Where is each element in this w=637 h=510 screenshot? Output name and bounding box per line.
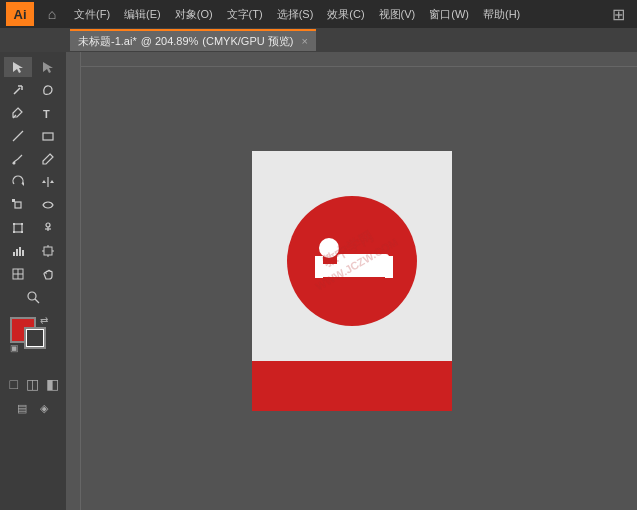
svg-marker-0 xyxy=(13,62,23,73)
color-swatches: ⇄ ▣ xyxy=(2,313,64,369)
document-bottom-bar xyxy=(252,361,452,411)
svg-rect-22 xyxy=(16,249,18,256)
svg-rect-13 xyxy=(14,224,22,232)
svg-point-18 xyxy=(46,223,50,227)
svg-rect-12 xyxy=(12,199,15,202)
app-mode-icon[interactable]: ◈ xyxy=(35,399,53,417)
reflect-tool[interactable] xyxy=(34,172,62,192)
document-top-section: 教中学网 WWW.JCZW.COM xyxy=(252,151,452,361)
pen-tool[interactable] xyxy=(4,103,32,123)
tab-mode: (CMYK/GPU 预览) xyxy=(202,34,293,49)
menu-view[interactable]: 视图(V) xyxy=(373,5,422,24)
main-area: T xyxy=(0,52,637,510)
tool-row xyxy=(2,286,64,308)
title-bar: Ai ⌂ 文件(F) 编辑(E) 对象(O) 文字(T) 选择(S) 效果(C)… xyxy=(0,0,637,28)
menu-help[interactable]: 帮助(H) xyxy=(477,5,526,24)
bottom-icons-row: □ ◫ ◧ xyxy=(2,372,64,396)
normal-mode-icon[interactable]: □ xyxy=(6,375,21,393)
screen-mode-icon[interactable]: ◧ xyxy=(45,375,60,393)
magic-wand-tool[interactable] xyxy=(4,80,32,100)
bed-icon-svg xyxy=(307,226,397,296)
svg-rect-23 xyxy=(19,247,21,256)
drawing-mode-icon[interactable]: ◫ xyxy=(25,375,40,393)
line-tool[interactable] xyxy=(4,126,32,146)
hotel-icon-circle xyxy=(287,196,417,326)
stroke-inner xyxy=(27,330,43,346)
zoom-tool[interactable] xyxy=(19,287,47,307)
tool-row xyxy=(2,79,64,101)
svg-line-34 xyxy=(35,299,39,303)
tool-row xyxy=(2,263,64,285)
warp-tool[interactable] xyxy=(34,195,62,215)
svg-rect-5 xyxy=(43,133,53,140)
svg-marker-1 xyxy=(43,62,53,73)
scale-tool[interactable] xyxy=(4,195,32,215)
svg-rect-24 xyxy=(22,250,24,256)
svg-rect-16 xyxy=(13,231,15,233)
tab-close-button[interactable]: × xyxy=(301,35,307,47)
ruler-vertical xyxy=(66,52,81,510)
svg-rect-11 xyxy=(15,202,21,208)
tab-filename: 未标题-1.ai* xyxy=(78,34,137,49)
slice-tool[interactable] xyxy=(4,264,32,284)
free-transform-tool[interactable] xyxy=(4,218,32,238)
pencil-tool[interactable] xyxy=(34,149,62,169)
document-canvas: 教中学网 WWW.JCZW.COM xyxy=(252,151,452,411)
puppet-warp-tool[interactable] xyxy=(34,218,62,238)
tool-row: T xyxy=(2,102,64,124)
menu-text[interactable]: 文字(T) xyxy=(221,5,269,24)
rectangle-tool[interactable] xyxy=(34,126,62,146)
paintbrush-tool[interactable] xyxy=(4,149,32,169)
menu-bar: 文件(F) 编辑(E) 对象(O) 文字(T) 选择(S) 效果(C) 视图(V… xyxy=(68,5,606,24)
left-toolbar: T xyxy=(0,52,66,510)
extra-icons-row: ▤ ◈ xyxy=(2,397,64,419)
tab-bar: 未标题-1.ai* @ 204.89% (CMYK/GPU 预览) × xyxy=(0,28,637,52)
app-logo: Ai xyxy=(6,2,34,26)
svg-marker-10 xyxy=(50,180,54,183)
swap-colors-icon[interactable]: ⇄ xyxy=(40,315,48,326)
svg-point-33 xyxy=(28,292,36,300)
svg-rect-17 xyxy=(21,231,23,233)
stroke-color-swatch[interactable] xyxy=(24,327,46,349)
svg-rect-25 xyxy=(44,247,52,255)
menu-select[interactable]: 选择(S) xyxy=(271,5,320,24)
change-screen-mode-icon[interactable]: ▤ xyxy=(13,399,31,417)
svg-line-4 xyxy=(13,131,23,141)
menu-window[interactable]: 窗口(W) xyxy=(423,5,475,24)
canvas-area: 教中学网 WWW.JCZW.COM xyxy=(66,52,637,510)
menu-edit[interactable]: 编辑(E) xyxy=(118,5,167,24)
tool-row xyxy=(2,217,64,239)
default-colors-icon[interactable]: ▣ xyxy=(10,343,19,353)
svg-rect-14 xyxy=(13,223,15,225)
tab-zoom: @ 204.89% xyxy=(141,35,199,47)
tool-row xyxy=(2,240,64,262)
grid-icon[interactable]: ⊞ xyxy=(606,3,631,26)
hand-tool[interactable] xyxy=(34,264,62,284)
svg-rect-40 xyxy=(385,256,393,278)
direct-selection-tool[interactable] xyxy=(34,57,62,77)
lasso-tool[interactable] xyxy=(34,80,62,100)
svg-rect-15 xyxy=(21,223,23,225)
svg-marker-9 xyxy=(42,180,46,183)
svg-text:T: T xyxy=(43,108,50,120)
ruler-horizontal xyxy=(66,52,637,67)
svg-rect-39 xyxy=(315,256,323,278)
menu-file[interactable]: 文件(F) xyxy=(68,5,116,24)
svg-rect-21 xyxy=(13,252,15,256)
menu-object[interactable]: 对象(O) xyxy=(169,5,219,24)
svg-rect-38 xyxy=(337,254,389,272)
svg-point-35 xyxy=(319,238,339,258)
home-icon[interactable]: ⌂ xyxy=(42,4,62,24)
tool-row xyxy=(2,148,64,170)
selection-tool[interactable] xyxy=(4,57,32,77)
menu-effect[interactable]: 效果(C) xyxy=(321,5,370,24)
document-tab[interactable]: 未标题-1.ai* @ 204.89% (CMYK/GPU 预览) × xyxy=(70,29,316,51)
artboard-tool[interactable] xyxy=(34,241,62,261)
type-tool[interactable]: T xyxy=(34,103,62,123)
tool-row xyxy=(2,194,64,216)
graph-tool[interactable] xyxy=(4,241,32,261)
rotate-tool[interactable] xyxy=(4,172,32,192)
tool-row xyxy=(2,56,64,78)
tool-row xyxy=(2,125,64,147)
svg-point-6 xyxy=(13,162,16,165)
